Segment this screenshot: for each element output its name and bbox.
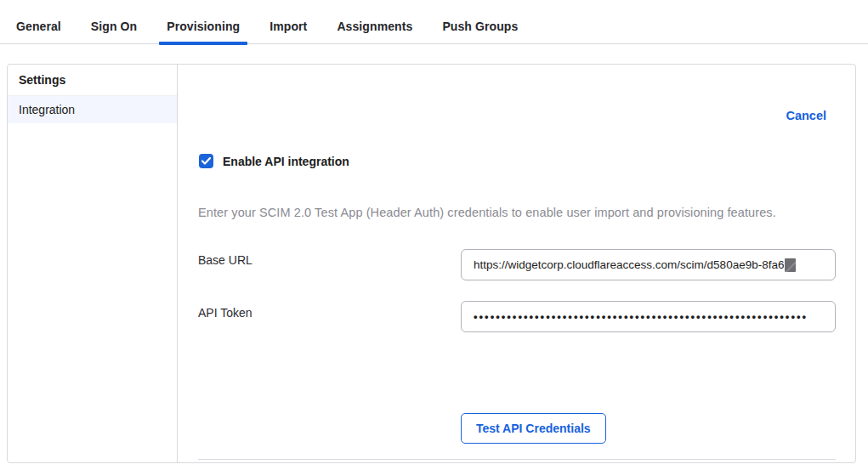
settings-sidebar: Settings Integration (8, 65, 178, 462)
sidebar-item-label: Integration (19, 103, 75, 116)
integration-form: Cancel Enable API integration Enter your… (178, 65, 855, 462)
footer-divider (198, 459, 836, 460)
tab-general[interactable]: General (9, 0, 69, 43)
sidebar-item-integration[interactable]: Integration (8, 96, 177, 123)
enable-api-integration-row: Enable API integration (199, 154, 349, 168)
api-token-label: API Token (198, 306, 252, 320)
tab-sign-on[interactable]: Sign On (83, 0, 145, 43)
tab-assignments[interactable]: Assignments (329, 0, 420, 43)
api-token-masked-value: ••••••••••••••••••••••••••••••••••••••••… (474, 310, 808, 323)
app-tab-bar: General Sign On Provisioning Import Assi… (0, 0, 868, 44)
base-url-label: Base URL (198, 253, 252, 267)
sidebar-header-settings: Settings (8, 65, 177, 96)
api-token-input[interactable]: ••••••••••••••••••••••••••••••••••••••••… (461, 301, 836, 332)
credentials-description: Enter your SCIM 2.0 Test App (Header Aut… (198, 206, 835, 219)
base-url-input[interactable]: https://widgetcorp.cloudflareaccess.com/… (461, 249, 836, 280)
cancel-link[interactable]: Cancel (786, 109, 826, 122)
tab-import[interactable]: Import (262, 0, 315, 43)
test-api-credentials-button[interactable]: Test API Credentials (461, 413, 606, 444)
provisioning-panel: Settings Integration Cancel Enable API i… (7, 64, 856, 463)
text-cursor-block-icon (785, 258, 796, 272)
tab-push-groups[interactable]: Push Groups (434, 0, 525, 43)
enable-api-integration-checkbox[interactable] (199, 154, 213, 168)
tab-provisioning[interactable]: Provisioning (159, 0, 247, 43)
check-icon (201, 157, 211, 165)
base-url-value: https://widgetcorp.cloudflareaccess.com/… (474, 258, 784, 271)
enable-api-integration-label: Enable API integration (223, 155, 349, 168)
